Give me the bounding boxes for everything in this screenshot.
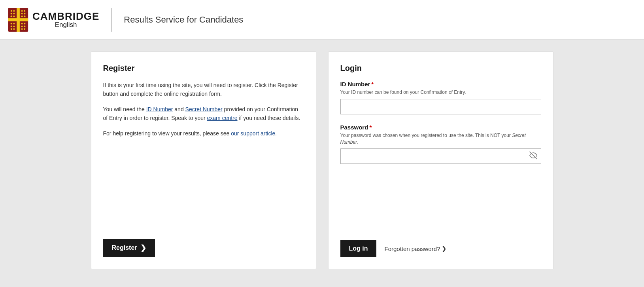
register-card-title: Register — [103, 64, 304, 73]
svg-point-24 — [11, 28, 12, 30]
svg-rect-5 — [20, 9, 27, 17]
password-group: Password* Your password was chosen when … — [340, 124, 541, 164]
logo-area: CAMBRIDGE English — [8, 8, 112, 32]
svg-point-21 — [13, 23, 15, 24]
svg-point-29 — [24, 25, 26, 27]
register-card: Register If this is your first time usin… — [91, 51, 316, 269]
svg-point-11 — [13, 13, 15, 14]
service-title: Results Service for Candidates — [124, 15, 243, 25]
register-paragraph2: You will need the ID Number and Secret N… — [103, 105, 304, 123]
register-paragraph1: If this is your first time using the sit… — [103, 81, 304, 99]
svg-point-16 — [21, 13, 23, 14]
id-number-required: * — [371, 81, 374, 87]
login-card: Login ID Number* Your ID number can be f… — [328, 51, 553, 269]
secret-number-link[interactable]: Secret Number — [185, 106, 223, 112]
forgotten-password-link[interactable]: Forgotten password? ❯ — [384, 245, 447, 252]
cambridge-subtitle: English — [32, 21, 99, 28]
svg-point-17 — [24, 13, 26, 14]
svg-point-26 — [21, 23, 23, 24]
svg-rect-7 — [20, 21, 27, 30]
svg-point-30 — [21, 28, 23, 30]
svg-point-19 — [24, 15, 26, 17]
password-label: Password* — [340, 124, 541, 131]
svg-rect-4 — [9, 9, 16, 17]
id-number-hint: Your ID number can be found on your Conf… — [340, 89, 541, 96]
svg-point-25 — [13, 28, 15, 30]
id-number-input[interactable] — [340, 99, 541, 114]
svg-point-18 — [21, 15, 23, 17]
cambridge-shield-icon — [8, 8, 28, 32]
svg-point-9 — [13, 10, 15, 11]
site-header: CAMBRIDGE English Results Service for Ca… — [0, 0, 644, 40]
cambridge-title: CAMBRIDGE — [32, 11, 99, 21]
svg-point-15 — [24, 10, 26, 11]
id-number-label: ID Number* — [340, 81, 541, 87]
svg-point-20 — [11, 23, 12, 24]
register-chevron-icon: ❯ — [140, 243, 146, 252]
login-button[interactable]: Log in — [340, 240, 377, 257]
login-card-footer: Log in Forgotten password? ❯ — [340, 240, 541, 257]
password-input[interactable] — [340, 148, 541, 164]
login-card-top: Login ID Number* Your ID number can be f… — [340, 64, 541, 232]
svg-rect-6 — [9, 21, 16, 30]
svg-point-28 — [21, 25, 23, 27]
register-paragraph3: For help registering to view your result… — [103, 129, 304, 138]
support-article-link[interactable]: our support article — [231, 130, 275, 137]
svg-rect-3 — [17, 8, 20, 32]
svg-point-12 — [11, 15, 12, 17]
toggle-password-icon[interactable] — [529, 151, 537, 161]
register-card-top: Register If this is your first time usin… — [103, 64, 304, 231]
svg-point-14 — [21, 10, 23, 11]
id-number-group: ID Number* Your ID number can be found o… — [340, 81, 541, 114]
cambridge-text: CAMBRIDGE English — [32, 11, 99, 28]
password-hint: Your password was chosen when you regist… — [340, 132, 541, 146]
svg-point-8 — [11, 10, 12, 11]
main-content: Register If this is your first time usin… — [0, 40, 644, 287]
id-number-link[interactable]: ID Number — [146, 106, 173, 112]
svg-point-27 — [24, 23, 26, 24]
forgotten-password-chevron-icon: ❯ — [442, 245, 447, 252]
exam-centre-link[interactable]: exam centre — [207, 115, 238, 121]
password-required: * — [369, 124, 372, 131]
password-input-wrapper — [340, 148, 541, 164]
svg-point-31 — [24, 28, 26, 30]
svg-point-22 — [11, 25, 12, 27]
svg-point-13 — [13, 15, 15, 17]
svg-point-10 — [11, 13, 12, 14]
register-button[interactable]: Register ❯ — [103, 239, 155, 257]
svg-point-23 — [13, 25, 15, 27]
login-card-title: Login — [340, 64, 541, 73]
register-card-footer: Register ❯ — [103, 239, 304, 257]
